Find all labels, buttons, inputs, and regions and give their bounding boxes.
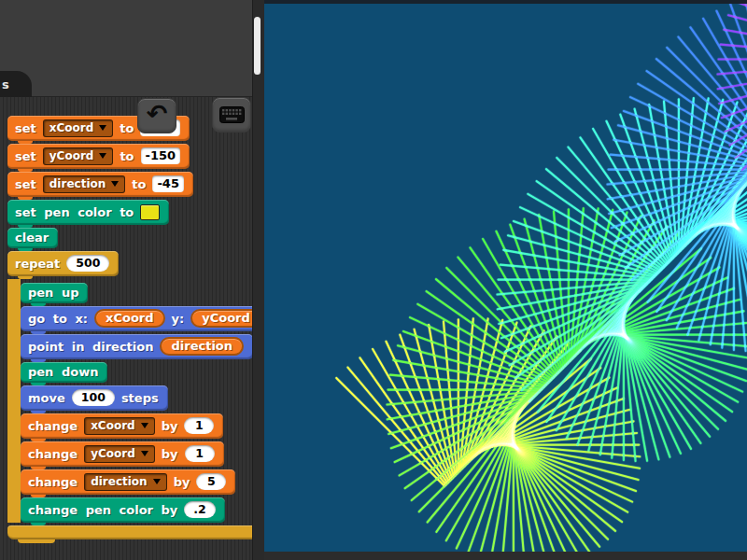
keyboard-icon [219, 106, 245, 123]
block-label: move [28, 391, 65, 405]
scripts-pane-header: s [0, 0, 252, 97]
text-input[interactable]: -150 [141, 147, 181, 164]
number-input[interactable]: 100 [72, 389, 115, 406]
variables-block[interactable]: changedirectionby5 [21, 469, 235, 495]
pen-block[interactable]: change pen color by.2 [21, 497, 225, 523]
motion-block[interactable]: point in directiondirection [21, 334, 253, 359]
block-label: to [120, 121, 134, 135]
variable-dropdown[interactable]: yCoord [43, 147, 114, 165]
block-label: steps [121, 391, 159, 405]
undo-icon: ↶ [147, 101, 168, 126]
control-block[interactable]: repeat500 [7, 251, 119, 276]
dropdown-value: direction [91, 475, 148, 488]
block-label: set pen color to [15, 205, 134, 219]
variable-dropdown[interactable]: direction [43, 175, 126, 193]
keyboard-editing-button[interactable] [212, 97, 251, 133]
c-block-body: pen upgo to x:xCoordy:yCoordpoint in dir… [7, 279, 271, 523]
block-label: clear [15, 231, 49, 245]
pen-block[interactable]: pen up [21, 283, 88, 303]
block-label: y: [172, 312, 185, 326]
stage-bottom-edge [264, 552, 747, 560]
variable-dropdown[interactable]: yCoord [84, 445, 155, 463]
chevron-down-icon [99, 153, 106, 159]
block-label: set [15, 149, 36, 163]
block-label: change [28, 475, 78, 489]
block-label: repeat [15, 257, 60, 271]
block-label: pen down [28, 365, 98, 379]
chevron-down-icon [141, 423, 148, 428]
motion-block[interactable]: move100steps [21, 385, 168, 411]
number-input[interactable]: .2 [184, 501, 215, 518]
block-label: pen up [28, 286, 78, 300]
block-label: by [174, 475, 190, 489]
tab-scripts[interactable]: s [0, 71, 32, 97]
chevron-down-icon [111, 181, 119, 187]
block-label: point in direction [28, 340, 153, 354]
dropdown-value: yCoord [91, 447, 135, 460]
block-label: set [15, 121, 36, 135]
scrollbar-thumb[interactable] [254, 17, 261, 75]
stage-canvas [264, 4, 747, 552]
block-label: change [28, 419, 78, 433]
block-label: to [120, 149, 134, 163]
variables-block[interactable]: changeyCoordby1 [21, 441, 224, 467]
scripts-pane: s setxCoordto-150setyCoordto-150setdirec… [0, 0, 252, 560]
pen-block[interactable]: set pen color to [7, 200, 169, 225]
variable-reporter[interactable]: direction [160, 337, 244, 356]
number-input[interactable]: 1 [185, 445, 215, 462]
variable-dropdown[interactable]: xCoord [43, 119, 114, 137]
number-input[interactable]: 500 [66, 255, 109, 272]
dropdown-value: yCoord [49, 149, 94, 162]
block-label: go to x: [28, 312, 88, 326]
variables-block[interactable]: setdirectionto-45 [7, 172, 193, 197]
variable-dropdown[interactable]: xCoord [84, 417, 155, 435]
chevron-down-icon [153, 479, 161, 484]
chevron-down-icon [141, 451, 148, 456]
block-label: by [162, 419, 178, 433]
variables-block[interactable]: changexCoordby1 [21, 413, 223, 439]
block-label: by [162, 447, 178, 461]
block-label: change pen color by [28, 503, 177, 517]
tab-scripts-label: s [2, 77, 9, 91]
text-input[interactable]: -45 [152, 175, 184, 192]
number-input[interactable]: 5 [196, 473, 226, 490]
block-label: to [132, 177, 146, 191]
dropdown-value: direction [49, 177, 106, 190]
motion-block[interactable]: go to x:xCoordy:yCoord [21, 306, 271, 331]
color-swatch[interactable] [140, 204, 160, 220]
number-input[interactable]: 1 [184, 417, 214, 434]
undo-button[interactable]: ↶ [137, 98, 176, 133]
chevron-down-icon [99, 125, 106, 131]
variable-reporter[interactable]: yCoord [190, 309, 261, 328]
pane-divider [252, 0, 265, 560]
snap-window: s setxCoordto-150setyCoordto-150setdirec… [0, 0, 747, 560]
dropdown-value: xCoord [49, 121, 94, 134]
variable-dropdown[interactable]: direction [84, 473, 167, 491]
pen-block[interactable]: clear [7, 228, 58, 248]
dropdown-value: xCoord [91, 419, 135, 432]
variable-reporter[interactable]: xCoord [94, 309, 165, 328]
pen-block[interactable]: pen down [21, 362, 107, 383]
block-label: change [28, 447, 78, 461]
block-label: set [15, 177, 36, 191]
variables-block[interactable]: setyCoordto-150 [7, 144, 190, 169]
